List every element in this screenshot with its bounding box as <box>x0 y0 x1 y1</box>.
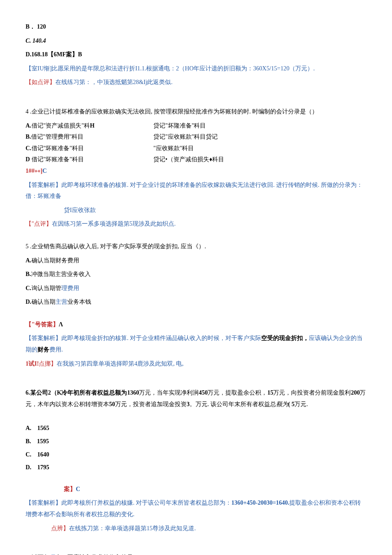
q4-option-a: A.A.借记"资产减值损失"科H借记"资产减值损失"科H 贷记"坏隆准备"科目 <box>26 120 366 132</box>
q5-option-b: B.冲微当期主营业务收入 <box>26 269 366 280</box>
q4-analysis: 【答案解析】此即考核环球准备的核算. 对于企业计提的坏球准备的应收嫁款确实无法进… <box>26 180 366 202</box>
q4-option-b: B.借记"管理费用"科目 贷记"应收账款"科目贷记 <box>26 131 366 143</box>
q5-comment: 1试I!点挪】在我族习第四章单项选择即第4鹿涉及此知双, 电, <box>26 358 366 370</box>
q3-analysis: 【室IU惭]比愿采用的是年限总和法进行折I1.1.根据通电：2（HO年应计遗的折… <box>26 63 366 75</box>
q3-comment-label: 【如点评】 <box>26 79 55 85</box>
q4-option-d: D 借记"坏账准备"科目 贷记•（资产减伯损失♦科目 <box>26 154 366 166</box>
q5-option-a: A.确认当期财务费用 <box>26 255 366 267</box>
q4-comment-label: 【"点评】 <box>26 221 52 227</box>
q4-option-c: C.借记"坏账准备"科目 "应收账款"科目 <box>26 143 366 154</box>
q4-answer: 1##»«]C <box>26 166 366 177</box>
q5-stem: 5 .企业销售商品确认收入后, 对于客户实际享受的现金折扣, 应当《）. <box>26 241 366 253</box>
q4-stem: 4 .企业已计提坏椎准备的应收账款确实无法收回, 按管理权限报经批准作为坏账转的… <box>26 106 366 118</box>
q3-option-d-answer: D.168.18【6MF案】B <box>26 49 366 61</box>
q5-analysis: 【答案解析】此即考核现金折扣的核算. 对于企业精件涵品确认收入的时候，对干客户实… <box>26 333 366 355</box>
q6-option-a: A. 1565 <box>26 423 366 434</box>
q5-option-d: D.确认当期主营业务本钱 <box>26 296 366 308</box>
q6-answer: 案】C <box>26 484 366 495</box>
q4-analysis-label: 【答案解析】 <box>26 182 61 188</box>
q6-comment: 点辨】在线拣刀第：幸单项选择题第15尊涉及此知见道. <box>26 523 366 535</box>
q6-analysis-label: 【答案解析】 <box>26 500 61 506</box>
q3-analysis-label: 【室IU惭] <box>26 65 52 72</box>
q3-option-c: C. 140.4 <box>26 35 366 47</box>
q3-comment: 【如点评】在线练习第：，中顶选抵魈第28&Ij此返类似. <box>26 77 366 88</box>
q3-option-b: B． 120 <box>26 21 366 33</box>
q6-option-b: B. 1595 <box>26 436 366 447</box>
q5-analysis-label: 【答案解析】 <box>26 335 61 341</box>
q5-answer: 【"号答案】Λ <box>26 319 366 331</box>
q6-option-c: C. 1640 <box>26 449 366 461</box>
q7-stem: 7 .以下各项中，不应计入营业外收入的是（）。 <box>26 552 366 555</box>
q6-stem: 6.某公司2（K冷年初所有者权益总额为1360万元，当年实现净利涧450万元，提… <box>26 387 366 410</box>
q6-option-d: D. 1795 <box>26 462 366 474</box>
q6-analysis: 【答案解析】此即考核所仃并权益的核嫌. 对于该公司年末所皆者权益总部为：1360… <box>26 497 366 520</box>
q4-comment: 【"点评】在因练习第一系多项选择题第5现涉及此如织点. <box>26 218 366 230</box>
q4-analysis-line2: 贷I应收张款 <box>26 205 366 216</box>
q5-option-c: C.询认当期管理费用 <box>26 283 366 294</box>
